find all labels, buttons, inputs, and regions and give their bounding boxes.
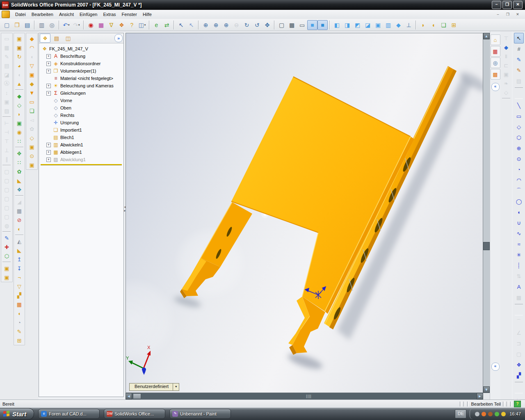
datum-feature-icon[interactable]: ↕ bbox=[2, 88, 11, 97]
assembly-cube-7-icon[interactable]: ◍ bbox=[2, 221, 11, 230]
hidden-lines-removed-icon[interactable]: ▭ ▾ bbox=[297, 20, 307, 30]
trim-surface-icon[interactable]: ◭ bbox=[14, 237, 24, 246]
view-selector-dropdown-icon[interactable]: ▾ bbox=[173, 383, 179, 390]
circle-icon[interactable]: ⊕ bbox=[514, 143, 524, 153]
tree-item-importiert1[interactable]: + ❏ Importiert1 bbox=[40, 126, 123, 134]
tray-app1-icon[interactable] bbox=[488, 412, 493, 416]
tangent-arc-icon[interactable]: ◠ bbox=[514, 175, 524, 185]
assembly-cube-5-icon[interactable]: ▢ bbox=[2, 203, 11, 212]
sketched-bend-icon[interactable]: ◇ bbox=[27, 133, 37, 142]
toolbar-button[interactable] bbox=[515, 304, 523, 315]
text-icon[interactable]: A bbox=[514, 281, 524, 292]
three-point-arc-icon[interactable]: ⌒ bbox=[514, 185, 524, 196]
toolbar-button[interactable] bbox=[502, 98, 510, 99]
zoom-window-icon[interactable]: ⊕ ▾ bbox=[211, 20, 221, 30]
tray-volume-icon[interactable] bbox=[475, 412, 479, 416]
zoom-fit-icon[interactable]: ⊕ ▾ bbox=[201, 20, 211, 30]
toolbar-button[interactable] bbox=[2, 231, 11, 232]
cross-break-icon[interactable]: ▞ bbox=[14, 291, 24, 300]
view-front-icon[interactable]: ◧ ▾ bbox=[332, 20, 342, 30]
parabola-icon[interactable]: ∪ bbox=[514, 217, 524, 228]
task-solidworks[interactable]: SW SolidWorks Office... bbox=[104, 409, 165, 419]
tree-item-abwicklung1[interactable]: + ▨ Abwicklung1 bbox=[40, 156, 123, 163]
graphics-viewport[interactable]: X Y Benutzerdefiniert ▾ bbox=[126, 33, 483, 393]
point-icon[interactable]: ✳ bbox=[514, 249, 524, 260]
revolve-cut-icon[interactable]: ◕ bbox=[14, 61, 24, 70]
task-pane-collapse-bottom-icon[interactable]: « bbox=[491, 363, 500, 371]
assembly-cube-6-icon[interactable]: ▢ bbox=[2, 212, 11, 221]
tree-item-oben[interactable]: + ◇ Oben bbox=[40, 104, 123, 112]
taskbar-clock[interactable]: 16:47 bbox=[509, 411, 521, 416]
balloon-icon[interactable]: ▤ bbox=[2, 61, 11, 70]
taskpane-file-explorer-icon[interactable]: ◎ bbox=[491, 57, 500, 68]
convert-entities-icon[interactable]: ▩ bbox=[514, 292, 524, 303]
sheet-metal-part[interactable] bbox=[180, 66, 457, 355]
task-paint[interactable]: ✎ Unbenannt - Paint bbox=[169, 409, 231, 419]
note-icon[interactable]: ✎ bbox=[2, 52, 11, 61]
toolbar-button[interactable]: ▾ bbox=[34, 21, 35, 30]
pan-icon[interactable]: ✥ ▾ bbox=[262, 20, 272, 30]
smart-dimension-icon[interactable]: ⊤ bbox=[501, 34, 511, 43]
view-left-icon[interactable]: ◩ ▾ bbox=[352, 20, 363, 30]
tree-item-abwickeln1[interactable]: + ▥ Abwickeln1 bbox=[40, 141, 123, 148]
assembly-cube-3-icon[interactable]: ▢ bbox=[2, 185, 11, 194]
line-icon[interactable]: ╲ bbox=[514, 100, 524, 111]
split-view-icon[interactable]: ◫ ▾ bbox=[137, 20, 147, 30]
lofted-bend2-icon[interactable]: ▽ bbox=[27, 61, 37, 70]
box-feature-icon[interactable]: ▣ bbox=[27, 160, 37, 169]
center-rectangle-icon[interactable]: ◇ bbox=[514, 121, 524, 132]
document-icon[interactable] bbox=[2, 11, 10, 18]
task-browser[interactable]: e Foren auf CAD.d... bbox=[38, 409, 100, 419]
scroll-left-icon[interactable]: ◄ bbox=[126, 393, 132, 399]
view-right-icon[interactable]: ◪ ▾ bbox=[363, 20, 373, 30]
toolbar-button[interactable] bbox=[15, 147, 23, 148]
rotate-view-icon[interactable]: ↺ ▾ bbox=[252, 20, 262, 30]
tab-propertymanager[interactable]: ▤ bbox=[51, 34, 62, 43]
tray-antivirus-icon[interactable] bbox=[495, 412, 499, 416]
chamfer-dimension-icon[interactable]: ◇ bbox=[501, 88, 511, 97]
tree-item-abbiegen1[interactable]: + ▦ Abbiegen1 bbox=[40, 148, 123, 156]
view-back-icon[interactable]: ◨ ▾ bbox=[342, 20, 352, 30]
menu-item[interactable]: Bearbeiten bbox=[29, 11, 56, 18]
horizontal-dimension-icon[interactable]: Ⅱ bbox=[501, 52, 511, 61]
shirt-flange-icon[interactable]: ▼ bbox=[27, 88, 37, 97]
tree-item-rechts[interactable]: + ◇ Rechts bbox=[40, 112, 123, 119]
toolbar-button[interactable]: ▾ bbox=[59, 21, 59, 30]
select-arrow-icon[interactable]: ↖ bbox=[514, 33, 524, 43]
split-icon[interactable]: ▦ bbox=[14, 206, 24, 215]
sketch-edit-icon[interactable]: ✎ bbox=[2, 233, 11, 242]
menu-item[interactable]: Hilfe bbox=[140, 11, 155, 18]
jog2-icon[interactable]: ◆ bbox=[27, 79, 37, 88]
grid-icon[interactable]: # bbox=[514, 43, 524, 54]
linear-pattern-icon[interactable]: ✥ bbox=[14, 149, 24, 158]
unfold-icon[interactable]: ◅ bbox=[27, 115, 37, 124]
menu-item[interactable]: Ansicht bbox=[56, 11, 77, 18]
miter-flange-icon[interactable]: ◖ bbox=[27, 52, 37, 61]
relation-vertical-icon[interactable]: ⊣ bbox=[2, 128, 11, 137]
lofted-bend-icon[interactable]: ◔ bbox=[14, 318, 24, 327]
toolbar-button[interactable] bbox=[15, 235, 23, 235]
taskpane-resources-icon[interactable]: ⌂ bbox=[491, 34, 500, 45]
sketch-bend-icon[interactable]: ✎ bbox=[14, 327, 24, 336]
mirror-blue-icon[interactable]: ❖ bbox=[514, 359, 524, 370]
toolbar-button[interactable] bbox=[15, 195, 23, 196]
extrude-cut-icon[interactable]: ▣ bbox=[14, 43, 24, 52]
sketch-icon[interactable]: ✎ bbox=[514, 54, 524, 65]
doc-minimize-button[interactable]: – bbox=[494, 11, 502, 18]
relation-parallel-icon[interactable]: ∥ bbox=[2, 155, 11, 164]
view-bottom-icon[interactable]: ▥ ▾ bbox=[383, 20, 393, 30]
new-document-icon[interactable]: ▢ ▾ bbox=[2, 20, 12, 30]
toolbar-button[interactable]: ▾ bbox=[415, 21, 416, 30]
assembly-cube-4-icon[interactable]: ▢ bbox=[2, 194, 11, 203]
select-other-icon[interactable]: ↖ ▾ bbox=[186, 20, 196, 30]
assembly-cube-2-icon[interactable]: ▢ bbox=[2, 176, 11, 185]
vscroll-thumb[interactable] bbox=[483, 242, 490, 250]
revolve-icon[interactable]: ↻ bbox=[14, 52, 24, 61]
mirror-part-icon[interactable]: ▣ bbox=[2, 273, 11, 282]
dim-standard-icon[interactable]: ▭ bbox=[2, 34, 11, 43]
rib-icon[interactable]: ◗ bbox=[14, 110, 24, 119]
draft-icon[interactable]: ◉ bbox=[14, 128, 24, 137]
expand-plus-icon[interactable]: + bbox=[46, 69, 51, 73]
toolbar-button[interactable] bbox=[515, 382, 523, 393]
bend-down-icon[interactable]: ↧ bbox=[14, 264, 24, 273]
